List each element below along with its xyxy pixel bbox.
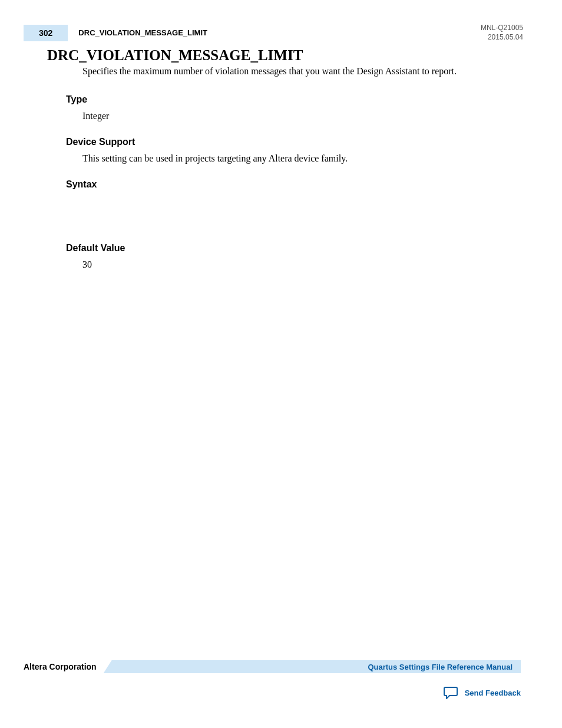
running-title: DRC_VIOLATION_MESSAGE_LIMIT [78, 25, 207, 37]
page-number-box: 302 [24, 25, 68, 41]
section-body-device-support: This setting can be used in projects tar… [82, 153, 521, 164]
section-heading-default-value: Default Value [66, 243, 521, 253]
section-body-syntax [66, 196, 521, 243]
content-area: Specifies the maximum number of violatio… [66, 65, 521, 285]
manual-link[interactable]: Quartus Settings File Reference Manual [368, 663, 513, 671]
send-feedback-link[interactable]: Send Feedback [444, 686, 521, 700]
document-id-block: MNL-Q21005 2015.05.04 [481, 24, 523, 42]
section-heading-syntax: Syntax [66, 179, 521, 190]
document-date: 2015.05.04 [481, 33, 523, 42]
document-id: MNL-Q21005 [481, 24, 523, 33]
footer-ribbon: Quartus Settings File Reference Manual [104, 660, 521, 673]
corporation-name: Altera Corporation [24, 662, 104, 671]
intro-paragraph: Specifies the maximum number of violatio… [82, 65, 521, 78]
section-heading-type: Type [66, 94, 521, 105]
speech-bubble-icon [444, 686, 459, 700]
feedback-label: Send Feedback [465, 689, 521, 697]
page-header: 302 DRC_VIOLATION_MESSAGE_LIMIT [24, 25, 538, 41]
footer-bar: Altera Corporation Quartus Settings File… [24, 660, 521, 674]
page-number: 302 [39, 28, 52, 38]
section-body-default-value: 30 [82, 259, 521, 270]
section-heading-device-support: Device Support [66, 137, 521, 147]
section-body-type: Integer [82, 111, 521, 121]
page-title: DRC_VIOLATION_MESSAGE_LIMIT [47, 47, 303, 64]
